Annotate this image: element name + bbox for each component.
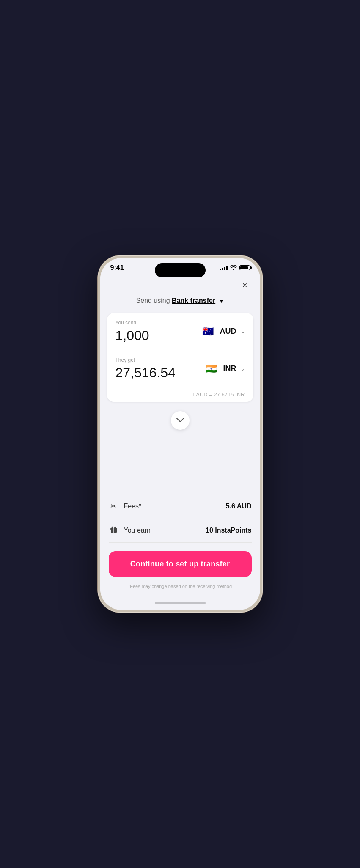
cta-section: Continue to set up transfer bbox=[100, 543, 260, 580]
earn-label: You earn bbox=[124, 527, 151, 534]
you-send-label: You send bbox=[115, 320, 183, 326]
gift-icon bbox=[109, 525, 119, 536]
spacer bbox=[100, 438, 260, 486]
aud-code: AUD bbox=[220, 327, 236, 336]
home-bar bbox=[155, 602, 206, 604]
wifi-icon bbox=[230, 265, 237, 271]
they-get-input[interactable]: They get 27,516.54 bbox=[107, 350, 195, 387]
earn-row: You earn 10 InstaPoints bbox=[109, 518, 252, 543]
close-button[interactable]: × bbox=[238, 278, 252, 292]
continue-button[interactable]: Continue to set up transfer bbox=[109, 551, 252, 577]
inr-currency-selector[interactable]: 🇮🇳 INR ⌄ bbox=[195, 350, 253, 387]
they-get-amount: 27,516.54 bbox=[115, 365, 187, 380]
expand-btn-container bbox=[100, 406, 260, 438]
you-send-amount: 1,000 bbox=[115, 328, 183, 343]
fees-left: ✂ Fees* bbox=[109, 502, 142, 511]
scissors-icon: ✂ bbox=[109, 502, 119, 511]
they-get-label: They get bbox=[115, 357, 187, 363]
disclaimer-text: *Fees may change based on the receiving … bbox=[100, 580, 260, 596]
home-indicator bbox=[100, 596, 260, 610]
earn-left: You earn bbox=[109, 525, 151, 536]
exchange-rate: 1 AUD = 27.6715 INR bbox=[107, 387, 253, 402]
inr-code: INR bbox=[223, 364, 236, 373]
chevron-down-icon bbox=[176, 417, 184, 424]
fees-label: Fees* bbox=[124, 503, 142, 510]
send-method-text: Send using Bank transfer ▼ bbox=[136, 297, 224, 304]
aud-chevron: ⌄ bbox=[241, 329, 245, 335]
expand-button[interactable] bbox=[171, 411, 190, 430]
aud-currency-selector[interactable]: 🇦🇺 AUD ⌄ bbox=[192, 313, 253, 350]
you-send-row: You send 1,000 🇦🇺 AUD ⌄ bbox=[107, 313, 253, 350]
earn-value: 10 InstaPoints bbox=[206, 527, 251, 534]
inr-chevron: ⌄ bbox=[241, 366, 245, 372]
aud-flag: 🇦🇺 bbox=[201, 324, 216, 339]
inr-flag: 🇮🇳 bbox=[204, 361, 219, 376]
status-icons bbox=[220, 265, 250, 271]
status-time: 9:41 bbox=[110, 264, 124, 272]
fee-section: ✂ Fees* 5.6 AUD bbox=[100, 495, 260, 543]
battery-icon bbox=[239, 265, 250, 270]
dynamic-island bbox=[155, 263, 206, 277]
fees-value: 5.6 AUD bbox=[226, 503, 252, 510]
bank-transfer-label: Bank transfer bbox=[172, 297, 215, 304]
phone-frame: 9:41 bbox=[98, 255, 263, 613]
currency-card: You send 1,000 🇦🇺 AUD ⌄ They bbox=[107, 313, 253, 402]
send-method-selector[interactable]: Send using Bank transfer ▼ bbox=[100, 297, 260, 313]
you-send-input[interactable]: You send 1,000 bbox=[107, 313, 192, 350]
signal-icon bbox=[220, 265, 228, 270]
fees-row: ✂ Fees* 5.6 AUD bbox=[109, 495, 252, 518]
they-get-row: They get 27,516.54 🇮🇳 INR ⌄ bbox=[107, 350, 253, 387]
content-area: × Send using Bank transfer ▼ You send 1,… bbox=[100, 272, 260, 596]
phone-screen: 9:41 bbox=[100, 258, 260, 610]
transfer-method-arrow: ▼ bbox=[219, 298, 224, 304]
